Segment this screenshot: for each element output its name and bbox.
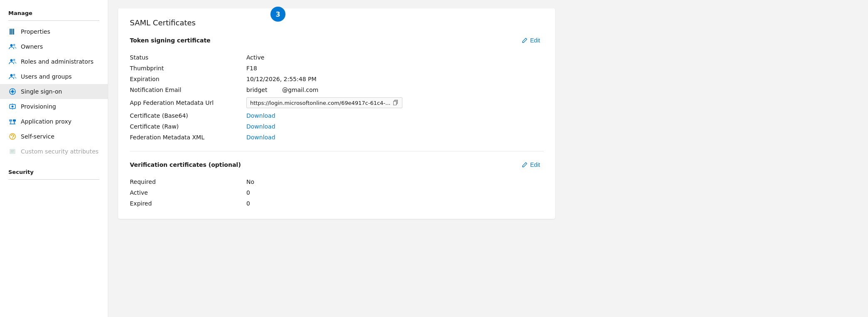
required-label: Required <box>130 176 246 187</box>
saml-card: SAML Certificates Token signing certific… <box>118 8 555 219</box>
federation-xml-label: Federation Metadata XML <box>130 132 246 143</box>
sso-icon <box>8 87 17 96</box>
proxy-icon <box>8 117 17 126</box>
cert-raw-row: Certificate (Raw) Download <box>130 121 543 132</box>
cert-base64-row: Certificate (Base64) Download <box>130 110 543 121</box>
expiration-row: Expiration 10/12/2026, 2:55:48 PM <box>130 74 543 84</box>
users-icon <box>8 72 17 81</box>
svg-point-6 <box>13 59 15 61</box>
roles-label: Roles and administrators <box>21 58 94 65</box>
svg-point-23 <box>12 138 13 139</box>
verification-section-header: Verification certificates (optional) Edi… <box>130 160 543 170</box>
verification-info-table: Required No Active 0 Expired 0 <box>130 176 543 209</box>
url-text: https://login.microsoftonline.com/69e491… <box>250 100 390 106</box>
expired-value: 0 <box>246 198 543 209</box>
svg-rect-2 <box>13 29 14 35</box>
cert-base64-download[interactable]: Download <box>246 110 543 121</box>
card-title: SAML Certificates <box>130 18 543 27</box>
notification-email-value: bridget @gmail.com <box>246 84 543 95</box>
security-divider <box>8 179 99 180</box>
sidebar-item-owners[interactable]: Owners <box>0 39 108 54</box>
svg-rect-16 <box>13 119 16 121</box>
token-edit-button[interactable]: Edit <box>518 35 543 45</box>
cert-raw-download-link[interactable]: Download <box>246 123 275 130</box>
svg-point-8 <box>13 74 15 76</box>
provisioning-label: Provisioning <box>21 103 56 110</box>
federation-url-value: https://login.microsoftonline.com/69e491… <box>246 95 543 110</box>
users-label: Users and groups <box>21 73 72 80</box>
proxy-label: Application proxy <box>21 118 72 125</box>
expired-label: Expired <box>130 198 246 209</box>
verification-section-title: Verification certificates (optional) <box>130 161 241 168</box>
svg-point-12 <box>12 106 14 108</box>
provisioning-icon <box>8 102 17 111</box>
token-section-title: Token signing certificate <box>130 37 211 44</box>
verification-edit-pencil-icon <box>522 162 528 168</box>
sidebar: Manage Properties Owners <box>0 0 108 317</box>
svg-point-3 <box>10 44 13 47</box>
expiration-label: Expiration <box>130 74 246 84</box>
cert-raw-label: Certificate (Raw) <box>130 121 246 132</box>
security-section-title: Security <box>0 166 108 178</box>
required-value: No <box>246 176 543 187</box>
sidebar-item-selfservice[interactable]: Self-service <box>0 129 108 144</box>
federation-xml-download-link[interactable]: Download <box>246 134 275 141</box>
status-value: Active <box>246 52 543 63</box>
federation-url-row: App Federation Metadata Url https://logi… <box>130 95 543 110</box>
cert-base64-label: Certificate (Base64) <box>130 110 246 121</box>
owners-label: Owners <box>21 43 43 50</box>
active-row: Active 0 <box>130 187 543 198</box>
svg-rect-18 <box>14 121 15 123</box>
thumbprint-value: F18 <box>246 63 543 74</box>
sidebar-item-proxy[interactable]: Application proxy <box>0 114 108 129</box>
properties-label: Properties <box>21 28 50 35</box>
section-divider <box>130 151 543 151</box>
svg-point-5 <box>10 59 13 62</box>
owners-icon <box>8 42 17 51</box>
svg-point-7 <box>10 74 13 77</box>
svg-rect-17 <box>10 121 11 123</box>
svg-rect-24 <box>10 149 15 154</box>
cert-base64-download-link[interactable]: Download <box>246 112 275 119</box>
sidebar-item-sso[interactable]: Single sign-on <box>0 84 108 99</box>
notification-email-label: Notification Email <box>130 84 246 95</box>
edit-pencil-icon <box>522 37 528 43</box>
svg-rect-1 <box>11 29 12 35</box>
expired-row: Expired 0 <box>130 198 543 209</box>
manage-section-title: Manage <box>0 7 108 19</box>
svg-point-10 <box>11 90 14 93</box>
federation-xml-row: Federation Metadata XML Download <box>130 132 543 143</box>
selfservice-label: Self-service <box>21 133 55 140</box>
token-info-table: Status Active Thumbprint F18 Expiration … <box>130 52 543 143</box>
expiration-value: 10/12/2026, 2:55:48 PM <box>246 74 543 84</box>
manage-divider <box>8 20 99 21</box>
svg-rect-0 <box>10 29 11 35</box>
thumbprint-row: Thumbprint F18 <box>130 63 543 74</box>
properties-icon <box>8 27 17 36</box>
federation-url-label: App Federation Metadata Url <box>130 95 246 110</box>
sidebar-item-provisioning[interactable]: Provisioning <box>0 99 108 114</box>
status-label: Status <box>130 52 246 63</box>
notification-email-row: Notification Email bridget @gmail.com <box>130 84 543 95</box>
svg-point-4 <box>13 44 15 46</box>
url-box[interactable]: https://login.microsoftonline.com/69e491… <box>246 97 402 108</box>
selfservice-icon <box>8 132 17 141</box>
sidebar-item-properties[interactable]: Properties <box>0 24 108 39</box>
thumbprint-label: Thumbprint <box>130 63 246 74</box>
custom-icon <box>8 147 17 156</box>
sidebar-item-custom[interactable]: Custom security attributes <box>0 144 108 159</box>
cert-raw-download[interactable]: Download <box>246 121 543 132</box>
main-content: SAML Certificates Token signing certific… <box>108 0 868 317</box>
status-row: Status Active <box>130 52 543 63</box>
active-label: Active <box>130 187 246 198</box>
active-value: 0 <box>246 187 543 198</box>
custom-label: Custom security attributes <box>21 148 99 155</box>
federation-xml-download[interactable]: Download <box>246 132 543 143</box>
copy-icon[interactable]: 🗍 <box>393 99 399 106</box>
sso-label: Single sign-on <box>21 88 62 95</box>
sidebar-item-roles[interactable]: Roles and administrators <box>0 54 108 69</box>
step-badge: 3 <box>270 7 285 22</box>
verification-edit-button[interactable]: Edit <box>518 160 543 170</box>
sidebar-item-users[interactable]: Users and groups <box>0 69 108 84</box>
svg-rect-15 <box>9 119 12 121</box>
